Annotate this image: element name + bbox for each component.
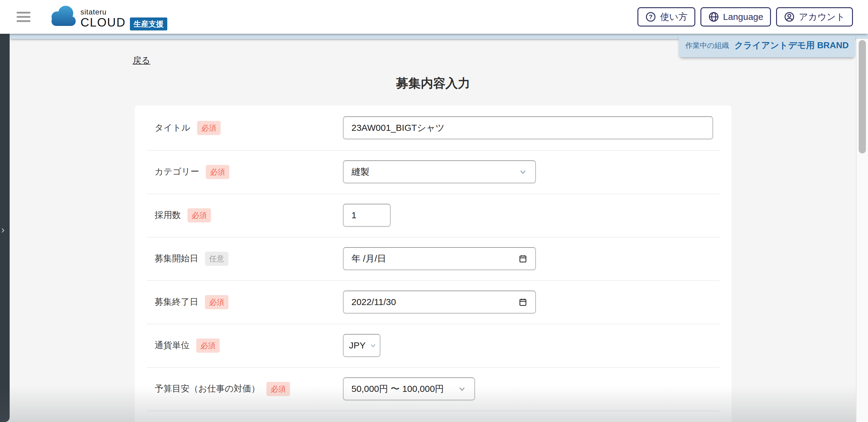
svg-text:?: ?	[649, 13, 652, 20]
account-button[interactable]: アカウント	[776, 7, 853, 27]
org-banner-label: 作業中の組織	[685, 41, 729, 50]
required-badge: 必須	[187, 208, 211, 222]
org-banner-value: クライアントデモ用 BRAND	[735, 39, 849, 52]
category-select[interactable]: 縫製	[343, 160, 536, 183]
required-badge: 必須	[197, 121, 221, 135]
field-label: 予算目安（お仕事の対価）	[155, 383, 260, 395]
sitateru-cloud-logo: sitateru CLOUD 生産支援	[49, 4, 167, 30]
working-organization-banner: 作業中の組織 クライアントデモ用 BRAND	[679, 34, 855, 57]
budget-select[interactable]: 50,000円 〜 100,000円	[343, 378, 475, 400]
main-content: 戻る 募集内容入力 タイトル 必須 23AW001_BIGTシャツ カテゴリー …	[10, 39, 857, 422]
chevron-down-icon	[369, 341, 377, 349]
sidebar-expand-icon[interactable]: ›	[1, 224, 4, 235]
recruitment-form-card: タイトル 必須 23AW001_BIGTシャツ カテゴリー 必須 縫製	[135, 106, 732, 422]
form-row-cropped	[135, 411, 732, 422]
product-badge: 生産支援	[130, 18, 167, 30]
end-date-input[interactable]: 2022/11/30	[343, 291, 536, 313]
form-row-end-date: 募集終了日 必須 2022/11/30	[135, 280, 732, 324]
back-link[interactable]: 戻る	[133, 55, 150, 67]
field-label: カテゴリー	[155, 166, 199, 178]
scrollbar-thumb[interactable]	[859, 40, 866, 153]
howto-button[interactable]: ? 使い方	[638, 7, 695, 27]
required-badge: 必須	[267, 382, 290, 396]
field-label: 通貨単位	[155, 339, 190, 352]
cloud-logo-icon	[49, 4, 78, 27]
title-input[interactable]: 23AW001_BIGTシャツ	[343, 116, 713, 139]
field-label: 募集終了日	[155, 296, 198, 308]
optional-badge: 任意	[205, 252, 228, 266]
currency-select[interactable]: JPY	[343, 334, 380, 357]
account-icon	[784, 11, 795, 22]
vertical-scrollbar[interactable]	[856, 39, 868, 422]
form-row-budget: 予算目安（お仕事の対価） 必須 50,000円 〜 100,000円	[135, 367, 732, 411]
globe-icon	[708, 11, 719, 22]
hamburger-menu-icon[interactable]	[17, 9, 30, 24]
required-badge: 必須	[206, 165, 229, 179]
field-label: 募集開始日	[155, 252, 198, 265]
account-button-label: アカウント	[799, 11, 845, 23]
calendar-icon[interactable]	[518, 254, 527, 264]
help-circle-icon: ?	[645, 11, 656, 22]
form-row-title: タイトル 必須 23AW001_BIGTシャツ	[135, 106, 732, 150]
calendar-icon[interactable]	[518, 297, 527, 307]
field-label: タイトル	[155, 122, 190, 134]
required-badge: 必須	[196, 338, 220, 353]
form-row-start-date: 募集開始日 任意 年 /月/日	[135, 237, 732, 280]
hires-input[interactable]: 1	[343, 204, 391, 227]
form-row-category: カテゴリー 必須 縫製	[135, 150, 732, 193]
start-date-input[interactable]: 年 /月/日	[343, 247, 536, 270]
language-button[interactable]: Language	[701, 7, 771, 27]
required-badge: 必須	[205, 295, 228, 309]
chevron-down-icon	[518, 167, 527, 176]
language-button-label: Language	[723, 12, 763, 22]
brand-large-text: CLOUD	[81, 16, 126, 28]
field-label: 採用数	[155, 209, 181, 221]
howto-button-label: 使い方	[660, 11, 687, 23]
top-app-bar: sitateru CLOUD 生産支援 ? 使い方 Language アカウント	[0, 0, 868, 34]
form-row-hires: 採用数 必須 1	[135, 193, 732, 237]
brand-small-text: sitateru	[81, 8, 126, 16]
collapsed-sidebar: ›	[0, 34, 10, 422]
form-row-currency: 通貨単位 必須 JPY	[135, 324, 732, 367]
chevron-down-icon	[458, 384, 467, 393]
